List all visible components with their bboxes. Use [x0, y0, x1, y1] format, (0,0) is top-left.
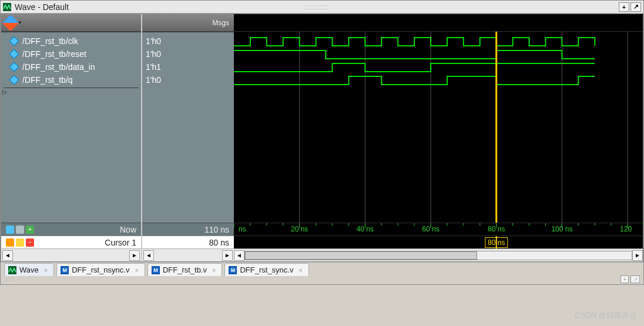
- signal-name-column: ▼ ▷ /DFF_rst_tb/clk/DFF_rst_tb/reset/DFF…: [1, 14, 141, 261]
- signal-name-label: /DFF_rst_tb/clk: [22, 36, 78, 46]
- now-row: + Now: [1, 223, 141, 236]
- scroll-track[interactable]: [244, 251, 632, 260]
- close-icon[interactable]: ×: [135, 267, 138, 274]
- remove-icon[interactable]: −: [26, 238, 34, 247]
- tab-dff-rst-nsync-v[interactable]: MDFF_rst_nsync.v×: [56, 263, 145, 276]
- waveform-hscroll[interactable]: ◄ ►: [234, 248, 643, 261]
- mid-hscroll[interactable]: ◄ ►: [142, 248, 234, 261]
- tab-label: Wave: [19, 265, 39, 274]
- waveform-area[interactable]: [234, 32, 643, 223]
- left-hscroll[interactable]: ◄ ►: [1, 248, 141, 261]
- ruler-tick-label: 60 ns: [422, 225, 439, 233]
- content-area: ▼ ▷ /DFF_rst_tb/clk/DFF_rst_tb/reset/DFF…: [1, 14, 643, 262]
- signal-value-list[interactable]: 1'h01'h01'h11'h0: [142, 32, 234, 223]
- scroll-thumb[interactable]: [245, 251, 477, 260]
- wave-tab-icon: [8, 266, 16, 274]
- scroll-right-icon[interactable]: ►: [222, 250, 233, 261]
- scroll-right-icon[interactable]: ►: [129, 250, 140, 261]
- undock-button[interactable]: ↗: [630, 2, 641, 12]
- signal-name-label: /DFF_rst_tb/q: [22, 75, 73, 85]
- ruler-tick-label: 100 ns: [551, 225, 572, 233]
- ruler-tick-label: 80 ns: [488, 225, 505, 233]
- disk-icon[interactable]: [6, 226, 14, 234]
- signal-diamond-icon: [9, 49, 19, 59]
- color-swatch-button[interactable]: ▼: [5, 17, 22, 29]
- signal-name-label: /DFF_rst_tb/data_in: [22, 62, 95, 72]
- cursor-label: Cursor 1: [105, 238, 136, 247]
- signal-name-label: /DFF_rst_tb/reset: [22, 49, 86, 59]
- cursor-row-icons[interactable]: −: [6, 238, 34, 247]
- app-icon: [3, 3, 11, 11]
- bottom-bar: :::::: + ↗: [1, 276, 643, 284]
- ruler-unit-label: ns: [239, 225, 246, 233]
- file-tab-icon: M: [152, 266, 160, 274]
- signal-row[interactable]: /DFF_rst_tb/reset: [1, 48, 141, 61]
- tab-dff-rst-sync-v[interactable]: MDFF_rst_sync.v×: [224, 263, 308, 276]
- cursor-strip[interactable]: 80 ns: [234, 236, 643, 248]
- key-icon[interactable]: [16, 238, 24, 247]
- close-icon[interactable]: ×: [44, 267, 48, 274]
- signal-diamond-icon: [9, 62, 19, 72]
- watermark: CSDN @日星月云: [575, 310, 637, 321]
- ruler-tick-label: 20 ns: [291, 225, 308, 233]
- scroll-right-icon[interactable]: ►: [632, 250, 643, 261]
- signal-row[interactable]: /DFF_rst_tb/q: [1, 73, 141, 86]
- color-swatch-icon: [2, 14, 19, 31]
- signal-value-column: Msgs 1'h01'h01'h11'h0 110 ns 80 ns ◄ ►: [141, 14, 234, 261]
- add-icon[interactable]: +: [26, 226, 34, 234]
- now-label: Now: [120, 225, 136, 234]
- waveform-column: ns20 ns40 ns60 ns80 ns100 ns120 ns 80 ns…: [234, 14, 643, 261]
- tab-wave[interactable]: Wave×: [4, 263, 54, 276]
- bottom-grip[interactable]: ::::::: [4, 276, 14, 284]
- cursor-value: 80 ns: [209, 238, 229, 247]
- signal-diamond-icon: [9, 75, 19, 85]
- ruler-tick-label: 40 ns: [357, 225, 374, 233]
- bottom-add-button[interactable]: +: [620, 275, 629, 283]
- file-tab-icon: M: [61, 266, 69, 274]
- close-icon[interactable]: ×: [298, 267, 302, 274]
- signal-value[interactable]: 1'h1: [142, 61, 234, 73]
- cursor-time-box[interactable]: 80 ns: [485, 237, 508, 248]
- scroll-left-icon[interactable]: ◄: [234, 250, 244, 261]
- signal-value[interactable]: 1'h0: [142, 48, 234, 61]
- titlebar[interactable]: Wave - Default :::::::::: + ↗: [1, 1, 643, 14]
- now-value-cell: 110 ns: [142, 223, 234, 236]
- signal-value[interactable]: 1'h0: [142, 73, 234, 86]
- now-row-icons[interactable]: +: [6, 226, 34, 234]
- signal-row[interactable]: /DFF_rst_tb/data_in: [1, 61, 141, 73]
- signal-value[interactable]: 1'h0: [142, 35, 234, 48]
- bottom-dock-button[interactable]: ↗: [630, 275, 640, 283]
- time-ruler[interactable]: ns20 ns40 ns60 ns80 ns100 ns120 ns: [234, 223, 643, 236]
- titlebar-grip[interactable]: ::::::::::: [293, 3, 340, 11]
- signal-diamond-icon: [9, 36, 19, 46]
- value-header[interactable]: Msgs: [142, 14, 234, 32]
- cursor-row[interactable]: − Cursor 1: [1, 236, 141, 248]
- tab-label: DFF_rst_sync.v: [240, 265, 293, 274]
- file-tab-icon: M: [229, 266, 237, 274]
- tab-dff-rst-tb-v[interactable]: MDFF_rst_tb.v×: [147, 263, 223, 276]
- cursor-value-cell[interactable]: 80 ns: [142, 236, 234, 248]
- signal-row[interactable]: /DFF_rst_tb/clk: [1, 35, 141, 48]
- tab-label: DFF_rst_nsync.v: [72, 265, 129, 274]
- scroll-left-icon[interactable]: ◄: [143, 250, 154, 261]
- signal-name-header[interactable]: ▼: [1, 14, 141, 32]
- waveform-header: [234, 14, 643, 32]
- tabstrip: Wave×MDFF_rst_nsync.v×MDFF_rst_tb.v×MDFF…: [1, 262, 643, 276]
- window-title: Wave - Default: [15, 2, 293, 12]
- lock-icon[interactable]: [6, 238, 14, 247]
- add-panel-button[interactable]: +: [619, 2, 629, 12]
- wave-window: Wave - Default :::::::::: + ↗ ▼ ▷ /DFF_r…: [0, 0, 644, 285]
- now-value: 110 ns: [204, 225, 229, 234]
- signal-name-list[interactable]: ▷ /DFF_rst_tb/clk/DFF_rst_tb/reset/DFF_r…: [1, 32, 141, 223]
- printer-icon[interactable]: [16, 226, 24, 234]
- tab-label: DFF_rst_tb.v: [163, 265, 207, 274]
- insert-marker-icon: ▷: [2, 89, 7, 228]
- msgs-header-label: Msgs: [212, 19, 229, 27]
- scroll-left-icon[interactable]: ◄: [2, 250, 13, 261]
- close-icon[interactable]: ×: [212, 267, 216, 274]
